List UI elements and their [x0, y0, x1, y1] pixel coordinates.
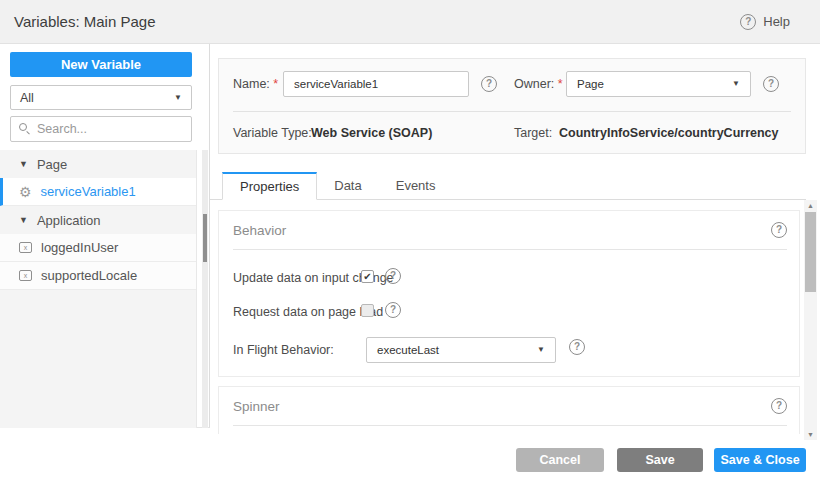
owner-select[interactable]: Page ▼ [566, 71, 751, 97]
help-icon: ? [740, 14, 756, 30]
tree-group-page[interactable]: ▼ Page [0, 150, 196, 178]
behavior-section-title: Behavior [233, 223, 286, 238]
tree-item-label: supportedLocale [41, 268, 137, 283]
variable-filter-value: All [20, 91, 34, 105]
target-label: Target: [514, 126, 552, 140]
variable-icon: x [19, 242, 32, 253]
content-scrollbar[interactable]: ▲ ▼ [804, 200, 817, 440]
update-data-help-icon[interactable]: ? [385, 268, 401, 284]
gear-icon: ⚙ [19, 185, 32, 199]
tree-item-loggedinuser[interactable]: x loggedInUser [0, 234, 196, 262]
variable-icon: x [19, 270, 32, 281]
sidebar-scrollbar-thumb[interactable] [203, 214, 207, 262]
in-flight-behavior-label: In Flight Behavior: [233, 343, 334, 357]
request-data-checkbox[interactable] [361, 304, 374, 317]
variables-tree: ▼ Page ⚙ serviceVariable1 ▼ Application … [0, 150, 197, 428]
tree-group-label: Application [37, 213, 101, 228]
variable-info-panel: Name: * ? Owner: * Page ▼ ? Variable Typ… [218, 58, 806, 154]
owner-label: Owner: * [514, 77, 563, 91]
name-input[interactable] [283, 71, 469, 97]
chevron-down-icon: ▼ [537, 346, 545, 354]
update-data-checkbox[interactable]: ✔ [361, 270, 374, 283]
variable-filter-select[interactable]: All ▼ [10, 85, 192, 110]
help-label: Help [763, 14, 790, 29]
request-data-help-icon[interactable]: ? [385, 302, 401, 318]
caret-down-icon: ▼ [19, 216, 28, 225]
sidebar-scrollbar[interactable] [202, 150, 208, 428]
dialog-header: Variables: Main Page ? Help [0, 0, 820, 44]
variables-sidebar: New Variable All ▼ ▼ Page ⚙ serviceVaria… [0, 44, 210, 428]
save-and-close-button[interactable]: Save & Close [714, 448, 806, 472]
scroll-up-icon[interactable]: ▲ [804, 200, 817, 211]
section-divider [233, 425, 787, 426]
cancel-button[interactable]: Cancel [516, 448, 604, 472]
tab-properties[interactable]: Properties [222, 172, 317, 200]
content-scrollbar-thumb[interactable] [805, 212, 816, 292]
tab-bar: Properties Data Events [210, 172, 806, 200]
chevron-down-icon: ▼ [174, 94, 182, 102]
target-value: CountryInfoService/countryCurrency [559, 126, 779, 140]
spinner-section: Spinner ? [218, 386, 800, 434]
name-help-icon[interactable]: ? [481, 76, 497, 92]
save-button[interactable]: Save [617, 448, 703, 472]
owner-help-icon[interactable]: ? [763, 76, 779, 92]
variable-type-value: Web Service (SOAP) [311, 126, 432, 140]
new-variable-button[interactable]: New Variable [10, 52, 192, 77]
tab-events[interactable]: Events [379, 171, 453, 199]
tree-group-application[interactable]: ▼ Application [0, 206, 196, 234]
name-label: Name: * [233, 77, 278, 91]
tree-item-label: serviceVariable1 [41, 184, 136, 199]
properties-scroll-area: Behavior ? Update data on input change ✔… [210, 200, 806, 434]
in-flight-behavior-help-icon[interactable]: ? [569, 339, 585, 355]
behavior-help-icon[interactable]: ? [771, 222, 787, 238]
in-flight-behavior-value: executeLast [377, 344, 439, 356]
tab-data[interactable]: Data [317, 171, 378, 199]
tree-item-label: loggedInUser [41, 240, 118, 255]
page-title: Variables: Main Page [14, 13, 155, 30]
spinner-help-icon[interactable]: ? [771, 398, 787, 414]
owner-value: Page [577, 78, 604, 90]
search-input[interactable] [37, 122, 183, 136]
variable-type-label: Variable Type: [233, 126, 312, 140]
help-link[interactable]: ? Help [740, 14, 790, 30]
behavior-section: Behavior ? Update data on input change ✔… [218, 210, 800, 377]
section-divider [233, 249, 787, 250]
info-divider [233, 111, 791, 112]
search-box[interactable] [10, 116, 192, 142]
in-flight-behavior-select[interactable]: executeLast ▼ [366, 337, 556, 363]
main-panel: Name: * ? Owner: * Page ▼ ? Variable Typ… [210, 44, 820, 487]
search-icon [19, 123, 31, 135]
tree-group-label: Page [37, 157, 67, 172]
required-marker: * [273, 77, 278, 91]
chevron-down-icon: ▼ [732, 80, 740, 88]
tree-item-servicevariable1[interactable]: ⚙ serviceVariable1 [0, 178, 196, 206]
spinner-section-title: Spinner [233, 399, 280, 414]
scroll-down-icon[interactable]: ▼ [804, 429, 817, 440]
caret-down-icon: ▼ [19, 160, 28, 169]
required-marker: * [558, 77, 563, 91]
tree-item-supportedlocale[interactable]: x supportedLocale [0, 262, 196, 290]
